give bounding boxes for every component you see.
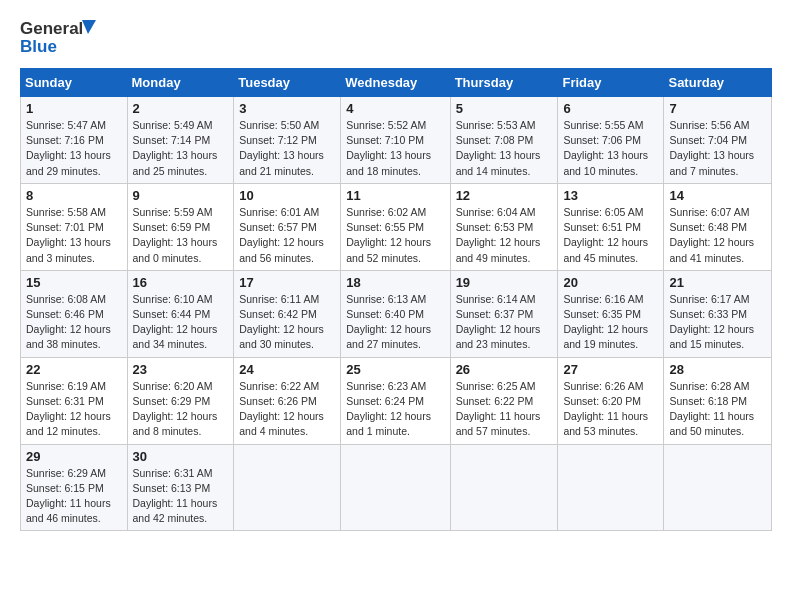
- calendar-week-5: 29Sunrise: 6:29 AM Sunset: 6:15 PM Dayli…: [21, 444, 772, 531]
- col-header-wednesday: Wednesday: [341, 69, 450, 97]
- col-header-monday: Monday: [127, 69, 234, 97]
- day-info: Sunrise: 5:50 AM Sunset: 7:12 PM Dayligh…: [239, 118, 335, 179]
- page: General Blue SundayMondayTuesdayWednesda…: [0, 0, 792, 547]
- day-number: 20: [563, 275, 658, 290]
- day-number: 14: [669, 188, 766, 203]
- day-number: 10: [239, 188, 335, 203]
- day-number: 16: [133, 275, 229, 290]
- day-info: Sunrise: 6:22 AM Sunset: 6:26 PM Dayligh…: [239, 379, 335, 440]
- calendar-week-3: 15Sunrise: 6:08 AM Sunset: 6:46 PM Dayli…: [21, 270, 772, 357]
- day-number: 28: [669, 362, 766, 377]
- calendar-cell: 29Sunrise: 6:29 AM Sunset: 6:15 PM Dayli…: [21, 444, 128, 531]
- calendar-cell: 12Sunrise: 6:04 AM Sunset: 6:53 PM Dayli…: [450, 183, 558, 270]
- day-number: 25: [346, 362, 444, 377]
- day-info: Sunrise: 6:11 AM Sunset: 6:42 PM Dayligh…: [239, 292, 335, 353]
- day-info: Sunrise: 6:05 AM Sunset: 6:51 PM Dayligh…: [563, 205, 658, 266]
- col-header-sunday: Sunday: [21, 69, 128, 97]
- col-header-tuesday: Tuesday: [234, 69, 341, 97]
- day-number: 7: [669, 101, 766, 116]
- col-header-thursday: Thursday: [450, 69, 558, 97]
- day-info: Sunrise: 6:26 AM Sunset: 6:20 PM Dayligh…: [563, 379, 658, 440]
- day-info: Sunrise: 6:20 AM Sunset: 6:29 PM Dayligh…: [133, 379, 229, 440]
- day-info: Sunrise: 5:59 AM Sunset: 6:59 PM Dayligh…: [133, 205, 229, 266]
- day-info: Sunrise: 6:29 AM Sunset: 6:15 PM Dayligh…: [26, 466, 122, 527]
- day-number: 21: [669, 275, 766, 290]
- day-number: 30: [133, 449, 229, 464]
- day-number: 18: [346, 275, 444, 290]
- day-number: 17: [239, 275, 335, 290]
- day-number: 1: [26, 101, 122, 116]
- day-info: Sunrise: 5:53 AM Sunset: 7:08 PM Dayligh…: [456, 118, 553, 179]
- day-info: Sunrise: 6:13 AM Sunset: 6:40 PM Dayligh…: [346, 292, 444, 353]
- calendar-cell: 27Sunrise: 6:26 AM Sunset: 6:20 PM Dayli…: [558, 357, 664, 444]
- calendar-cell: 21Sunrise: 6:17 AM Sunset: 6:33 PM Dayli…: [664, 270, 772, 357]
- day-info: Sunrise: 6:16 AM Sunset: 6:35 PM Dayligh…: [563, 292, 658, 353]
- day-number: 6: [563, 101, 658, 116]
- calendar-cell: 14Sunrise: 6:07 AM Sunset: 6:48 PM Dayli…: [664, 183, 772, 270]
- calendar-cell: 1Sunrise: 5:47 AM Sunset: 7:16 PM Daylig…: [21, 97, 128, 184]
- day-info: Sunrise: 6:07 AM Sunset: 6:48 PM Dayligh…: [669, 205, 766, 266]
- day-info: Sunrise: 6:19 AM Sunset: 6:31 PM Dayligh…: [26, 379, 122, 440]
- day-number: 22: [26, 362, 122, 377]
- calendar-cell: 23Sunrise: 6:20 AM Sunset: 6:29 PM Dayli…: [127, 357, 234, 444]
- day-number: 27: [563, 362, 658, 377]
- logo: General Blue: [20, 16, 100, 60]
- calendar-week-1: 1Sunrise: 5:47 AM Sunset: 7:16 PM Daylig…: [21, 97, 772, 184]
- calendar-cell: 6Sunrise: 5:55 AM Sunset: 7:06 PM Daylig…: [558, 97, 664, 184]
- calendar-cell: 30Sunrise: 6:31 AM Sunset: 6:13 PM Dayli…: [127, 444, 234, 531]
- calendar-cell: 3Sunrise: 5:50 AM Sunset: 7:12 PM Daylig…: [234, 97, 341, 184]
- calendar-cell: [558, 444, 664, 531]
- calendar-cell: 20Sunrise: 6:16 AM Sunset: 6:35 PM Dayli…: [558, 270, 664, 357]
- day-info: Sunrise: 6:23 AM Sunset: 6:24 PM Dayligh…: [346, 379, 444, 440]
- calendar-cell: 9Sunrise: 5:59 AM Sunset: 6:59 PM Daylig…: [127, 183, 234, 270]
- day-number: 24: [239, 362, 335, 377]
- calendar-cell: [664, 444, 772, 531]
- day-number: 23: [133, 362, 229, 377]
- calendar-table: SundayMondayTuesdayWednesdayThursdayFrid…: [20, 68, 772, 531]
- day-number: 15: [26, 275, 122, 290]
- day-number: 3: [239, 101, 335, 116]
- day-info: Sunrise: 5:56 AM Sunset: 7:04 PM Dayligh…: [669, 118, 766, 179]
- svg-text:Blue: Blue: [20, 37, 57, 56]
- calendar-cell: 8Sunrise: 5:58 AM Sunset: 7:01 PM Daylig…: [21, 183, 128, 270]
- day-number: 19: [456, 275, 553, 290]
- day-info: Sunrise: 5:55 AM Sunset: 7:06 PM Dayligh…: [563, 118, 658, 179]
- day-number: 13: [563, 188, 658, 203]
- calendar-cell: 17Sunrise: 6:11 AM Sunset: 6:42 PM Dayli…: [234, 270, 341, 357]
- day-number: 9: [133, 188, 229, 203]
- calendar-cell: 24Sunrise: 6:22 AM Sunset: 6:26 PM Dayli…: [234, 357, 341, 444]
- day-info: Sunrise: 6:01 AM Sunset: 6:57 PM Dayligh…: [239, 205, 335, 266]
- day-number: 8: [26, 188, 122, 203]
- day-info: Sunrise: 6:02 AM Sunset: 6:55 PM Dayligh…: [346, 205, 444, 266]
- calendar-cell: 11Sunrise: 6:02 AM Sunset: 6:55 PM Dayli…: [341, 183, 450, 270]
- header: General Blue: [20, 16, 772, 60]
- day-info: Sunrise: 6:28 AM Sunset: 6:18 PM Dayligh…: [669, 379, 766, 440]
- calendar-cell: 16Sunrise: 6:10 AM Sunset: 6:44 PM Dayli…: [127, 270, 234, 357]
- calendar-week-4: 22Sunrise: 6:19 AM Sunset: 6:31 PM Dayli…: [21, 357, 772, 444]
- col-header-friday: Friday: [558, 69, 664, 97]
- logo-svg: General Blue: [20, 16, 100, 60]
- calendar-cell: 25Sunrise: 6:23 AM Sunset: 6:24 PM Dayli…: [341, 357, 450, 444]
- calendar-cell: 7Sunrise: 5:56 AM Sunset: 7:04 PM Daylig…: [664, 97, 772, 184]
- calendar-cell: 22Sunrise: 6:19 AM Sunset: 6:31 PM Dayli…: [21, 357, 128, 444]
- svg-text:General: General: [20, 19, 83, 38]
- day-number: 2: [133, 101, 229, 116]
- calendar-cell: [450, 444, 558, 531]
- calendar-cell: 4Sunrise: 5:52 AM Sunset: 7:10 PM Daylig…: [341, 97, 450, 184]
- calendar-cell: 13Sunrise: 6:05 AM Sunset: 6:51 PM Dayli…: [558, 183, 664, 270]
- calendar-cell: 26Sunrise: 6:25 AM Sunset: 6:22 PM Dayli…: [450, 357, 558, 444]
- day-info: Sunrise: 6:31 AM Sunset: 6:13 PM Dayligh…: [133, 466, 229, 527]
- calendar-cell: [234, 444, 341, 531]
- calendar-cell: 10Sunrise: 6:01 AM Sunset: 6:57 PM Dayli…: [234, 183, 341, 270]
- day-info: Sunrise: 5:52 AM Sunset: 7:10 PM Dayligh…: [346, 118, 444, 179]
- day-info: Sunrise: 6:14 AM Sunset: 6:37 PM Dayligh…: [456, 292, 553, 353]
- calendar-cell: 5Sunrise: 5:53 AM Sunset: 7:08 PM Daylig…: [450, 97, 558, 184]
- day-number: 26: [456, 362, 553, 377]
- day-info: Sunrise: 6:10 AM Sunset: 6:44 PM Dayligh…: [133, 292, 229, 353]
- calendar-cell: [341, 444, 450, 531]
- day-number: 12: [456, 188, 553, 203]
- day-number: 4: [346, 101, 444, 116]
- day-info: Sunrise: 6:17 AM Sunset: 6:33 PM Dayligh…: [669, 292, 766, 353]
- calendar-cell: 19Sunrise: 6:14 AM Sunset: 6:37 PM Dayli…: [450, 270, 558, 357]
- calendar-cell: 15Sunrise: 6:08 AM Sunset: 6:46 PM Dayli…: [21, 270, 128, 357]
